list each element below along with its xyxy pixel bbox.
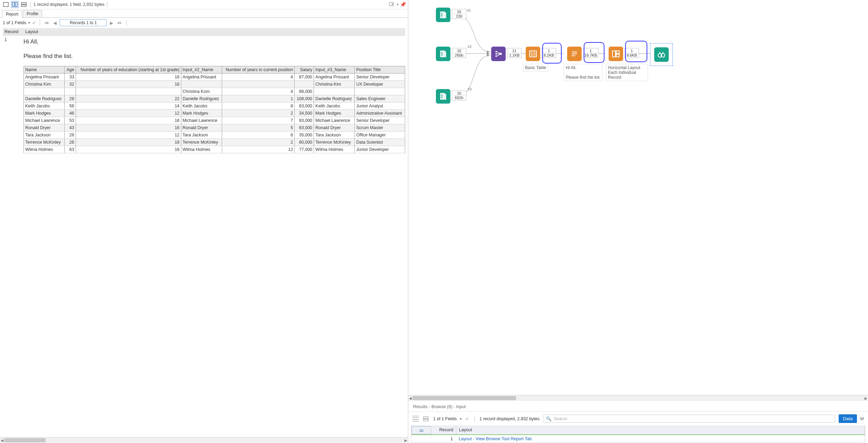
input-data-icon (436, 8, 450, 22)
results-col-layout[interactable]: Layout (456, 426, 865, 434)
view-stacked-icon[interactable] (20, 1, 28, 8)
scroll-right-icon[interactable]: ▶ (404, 438, 408, 442)
layout-link[interactable]: Layout - View Browse Tool Report Tab (456, 435, 865, 443)
layout-tool-label: Horizontal Layout Each Individual Record (606, 64, 648, 81)
results-table: Record Layout 1 Layout - View Browse Too… (411, 426, 865, 443)
join-icon (491, 47, 506, 61)
table-col-header: Number of years in current position (222, 66, 294, 74)
svg-rect-1 (12, 2, 15, 7)
canvas-scrollbar[interactable]: ◀ ▶ (408, 395, 868, 401)
table-row: Christina Kim3216Christina KimUX Develop… (24, 81, 405, 88)
view-split-icon[interactable] (11, 1, 19, 8)
table-row: Mark Hodges4612Mark Hodges234,500Mark Ho… (24, 110, 405, 117)
search-input[interactable]: 🔍 Search (543, 415, 836, 423)
col-layout-header: Layout (23, 28, 405, 35)
scroll-left-icon[interactable]: ◀ (408, 396, 412, 400)
svg-rect-18 (441, 52, 442, 54)
svg-rect-45 (423, 419, 428, 421)
svg-rect-3 (21, 2, 26, 4)
browse-tool[interactable] (654, 47, 669, 62)
report-toolbar: 1 record displayed, 1 field, 2,932 bytes… (0, 0, 408, 9)
table-icon (526, 47, 540, 61)
results-col-record[interactable]: Record (431, 426, 456, 434)
input-tool-1[interactable]: 10230 #1 (436, 8, 471, 22)
report-content: Record Layout 1 Hi All, Please find the … (0, 28, 408, 437)
svg-point-14 (487, 52, 489, 55)
binoculars-icon (654, 47, 669, 62)
table-row: Tara Jackson2812Tara Jackson635,000Tara … (24, 132, 405, 139)
data-button[interactable]: Data (839, 414, 857, 423)
workflow-pane: 10230 #1 10260b #2 10602b #3 111.1KB (408, 0, 868, 443)
record-range[interactable]: Records 1 to 1 (60, 19, 107, 26)
table-row: Wilma Holmes6316Wilma Holmes1277,000Wilm… (24, 146, 405, 153)
svg-rect-2 (15, 2, 17, 7)
table-row: Ronald Dryer4316Ronald Dryer583,000Ronal… (24, 124, 405, 132)
table-col-header: Number of years of education (starting a… (76, 66, 181, 74)
report-pane: 1 record displayed, 1 field, 2,932 bytes… (0, 0, 408, 443)
table-tool[interactable]: 18.2KB (526, 47, 556, 61)
input-tool-3[interactable]: 10602b #3 (436, 89, 466, 104)
svg-point-25 (499, 53, 502, 55)
results-fields[interactable]: 1 of 1 Fields (433, 416, 457, 421)
text-icon (567, 47, 582, 61)
binoculars-icon[interactable] (411, 426, 431, 434)
horizontal-scrollbar[interactable]: ◀ ▶ (0, 437, 408, 443)
table-row: Terrence McKinley2618Terrence McKinley28… (24, 139, 405, 146)
svg-rect-37 (612, 51, 616, 57)
results-toolbar: 1 of 1 Fields ▾ ✔ 1 record displayed, 2,… (408, 412, 868, 426)
input-data-icon (436, 89, 450, 104)
intro-text: Please find the list. (23, 53, 405, 60)
table-col-header: Age (65, 66, 76, 74)
table-row: Michael Lawrence5316Michael Lawrence793,… (24, 117, 405, 124)
table-row: Christina Kom488,000 (24, 88, 405, 95)
svg-point-24 (495, 55, 497, 57)
report-tabs: Report Profile (0, 9, 408, 18)
results-row[interactable]: 1 Layout - View Browse Tool Report Tab (411, 435, 865, 443)
table-row: Angelina Prissant3318Angelina Prissant48… (24, 74, 405, 81)
table-col-header: Input_#2_Name (181, 66, 222, 74)
table-col-header: Salary (295, 66, 314, 74)
tab-profile[interactable]: Profile (23, 10, 42, 17)
fields-dropdown-icon[interactable]: ▾ (28, 21, 30, 25)
svg-rect-39 (616, 54, 619, 57)
svg-rect-38 (616, 51, 619, 54)
table-col-header: Input_#3_Name (314, 66, 355, 74)
view-single-icon[interactable] (2, 1, 10, 8)
tab-report[interactable]: Report (2, 10, 22, 18)
checkmark-icon: ✔ (32, 20, 36, 26)
svg-point-22 (495, 51, 497, 52)
scroll-thumb[interactable] (412, 396, 516, 400)
dropdown-caret-icon[interactable]: ▾ (397, 3, 399, 6)
scroll-thumb[interactable] (4, 438, 46, 442)
svg-rect-17 (441, 15, 442, 16)
text-tool-label: Hi All, Please find the list. (564, 64, 603, 81)
next-record-icon[interactable]: ▶ (109, 20, 114, 26)
pin-icon[interactable]: 📌 (400, 2, 406, 7)
scroll-left-icon[interactable]: ◀ (0, 438, 4, 442)
table-row: Keith Jacobs5614Keith Jacobs863,000Keith… (24, 103, 405, 110)
input-tool-2[interactable]: 10260b #2 (436, 47, 466, 61)
table-tool-label: Basic Table (523, 64, 548, 71)
add-panel-icon[interactable] (388, 1, 395, 8)
fields-label[interactable]: 1 of 1 Fields (3, 20, 26, 25)
first-record-icon[interactable]: ⏮ (44, 20, 50, 25)
results-status: 1 record displayed, 2,932 bytes (479, 416, 540, 421)
results-title: Results - Browse (8) - Input (408, 401, 868, 412)
svg-rect-21 (441, 97, 442, 98)
table-col-header: Name (24, 66, 65, 74)
checkmark-icon: ✔ (465, 416, 469, 422)
scroll-right-icon[interactable]: ▶ (864, 396, 868, 400)
last-record-icon[interactable]: ⏭ (116, 20, 123, 25)
workflow-canvas[interactable]: 10230 #1 10260b #2 10602b #3 111.1KB (408, 0, 868, 395)
layout-tool[interactable]: 18.6KB (609, 47, 639, 61)
join-multiple-tool[interactable]: 111.1KB (491, 47, 522, 61)
svg-rect-20 (441, 95, 442, 96)
report-text-tool[interactable]: 116.7KB (567, 47, 598, 61)
grip-icon[interactable] (412, 416, 419, 422)
metadata-button[interactable]: M (860, 416, 864, 421)
fields-dropdown-icon[interactable]: ▾ (460, 417, 462, 421)
svg-rect-4 (21, 5, 26, 7)
view-stacked-icon[interactable] (422, 415, 430, 422)
prev-record-icon[interactable]: ◀ (52, 20, 58, 26)
input-data-icon (436, 47, 450, 61)
